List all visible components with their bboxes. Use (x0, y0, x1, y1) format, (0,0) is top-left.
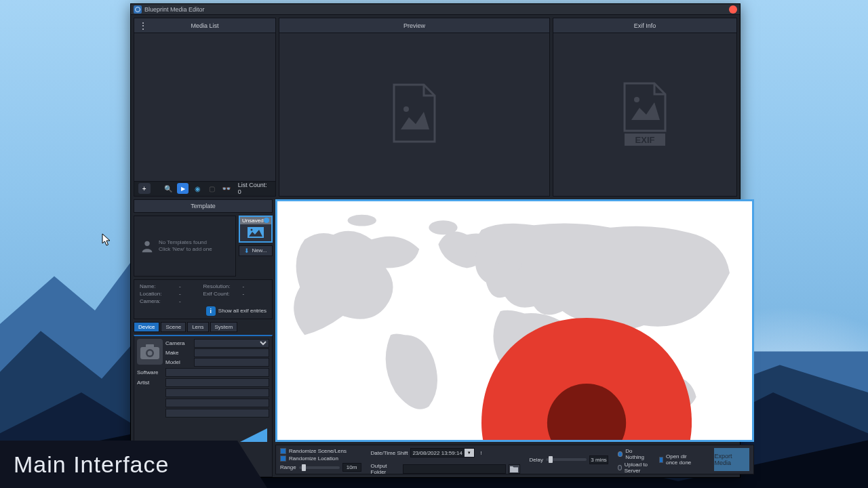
template-card-unsaved[interactable]: Unsaved (239, 216, 273, 243)
new-template-button[interactable]: New... (239, 245, 273, 256)
app-icon (134, 5, 142, 14)
software-field[interactable] (165, 368, 269, 377)
play-icon[interactable]: ▶ (177, 183, 189, 194)
media-list-title: Media List (191, 22, 218, 29)
template-info: Name:- Location:- Camera:- Resolution:- … (134, 279, 273, 319)
randomize-scene-checkbox[interactable] (280, 448, 286, 454)
delay-slider[interactable] (546, 458, 587, 461)
app-window: Blueprint Media Editor ⋮ Media List + 🔍 … (130, 3, 741, 478)
map-pin-icon (481, 318, 692, 442)
delay-label: Delay (530, 457, 543, 463)
view-icon[interactable]: 👓 (220, 183, 233, 194)
svg-rect-8 (146, 344, 154, 348)
add-media-button[interactable]: + (138, 183, 151, 194)
camera-icon (137, 339, 163, 365)
export-bar: Randomize Scene/Lens Randomize Location … (275, 445, 754, 474)
svg-text:EXIF: EXIF (635, 135, 655, 145)
svg-point-4 (144, 241, 149, 246)
svg-point-15 (348, 215, 376, 226)
map-panel[interactable]: New Location (275, 199, 754, 442)
exif-placeholder-icon: EXIF (619, 81, 671, 148)
device-tabs: Device Scene Lens System (134, 322, 273, 332)
image-placeholder-icon (389, 82, 440, 147)
preview-panel: Preview (279, 18, 550, 196)
range-value: 10m (342, 463, 361, 472)
export-media-button[interactable]: Export Media (714, 448, 749, 471)
delay-value: 3 mins (589, 455, 608, 464)
make-field[interactable] (194, 348, 269, 357)
upload-server-radio[interactable] (618, 465, 622, 470)
output-folder-label: Output Folder (371, 463, 401, 475)
overlay-title: Main Interface (14, 451, 169, 478)
info-icon[interactable]: i (206, 306, 216, 316)
range-label: Range (280, 464, 296, 470)
show-all-exif-link[interactable]: Show all exif entries (218, 308, 267, 314)
datetime-label: Date/Time Shift (371, 450, 408, 456)
close-icon[interactable] (729, 5, 737, 14)
svg-point-0 (403, 106, 409, 112)
output-folder-input[interactable] (403, 464, 506, 474)
svg-point-6 (251, 229, 253, 231)
chevron-down-icon[interactable]: ▾ (465, 449, 474, 457)
svg-point-13 (498, 260, 521, 272)
svg-point-14 (429, 220, 457, 235)
preview-title: Preview (403, 22, 425, 29)
tab-system[interactable]: System (210, 322, 238, 332)
range-slider[interactable] (299, 466, 340, 469)
extra-field-1[interactable] (165, 388, 269, 397)
list-count: List Count: 0 (238, 182, 271, 195)
map-marker[interactable]: New Location (481, 318, 740, 442)
folder-icon (510, 466, 518, 472)
browser-icon[interactable]: ◉ (191, 183, 203, 194)
svg-point-10 (148, 350, 153, 355)
artist-field[interactable] (165, 378, 269, 387)
titlebar[interactable]: Blueprint Media Editor (131, 4, 740, 15)
media-list-panel: ⋮ Media List + 🔍 ▶ ◉ ▢ 👓 List Count: 0 (134, 18, 276, 196)
open-dir-checkbox[interactable] (659, 457, 663, 463)
app-title: Blueprint Media Editor (144, 6, 205, 13)
extra-field-2[interactable] (165, 399, 269, 407)
exif-title: Exif Info (634, 22, 656, 29)
template-list: No Templates found Click 'New' to add on… (134, 216, 236, 277)
do-nothing-radio[interactable] (618, 451, 623, 457)
image-icon (247, 226, 264, 239)
svg-point-1 (634, 97, 639, 102)
tab-scene[interactable]: Scene (161, 322, 186, 332)
search-icon[interactable]: 🔍 (162, 183, 174, 194)
exif-panel: Exif Info EXIF (553, 18, 737, 196)
datetime-input[interactable]: 23/08/2022 13:59:14▾ (410, 448, 475, 458)
tab-device[interactable]: Device (134, 322, 159, 332)
camera-select[interactable] (194, 339, 269, 348)
browse-folder-button[interactable] (509, 464, 519, 474)
user-icon (140, 239, 155, 253)
tab-lens[interactable]: Lens (187, 322, 208, 332)
extra-field-3[interactable] (165, 409, 269, 418)
template-header: Template (134, 199, 273, 213)
datetime-info-icon[interactable]: ! (480, 450, 481, 456)
media-toolbar: + 🔍 ▶ ◉ ▢ 👓 List Count: 0 (134, 181, 275, 196)
toggle-icon[interactable]: ▢ (206, 183, 218, 194)
model-field[interactable] (194, 358, 269, 367)
video-caption-overlay: Main Interface (0, 441, 237, 488)
randomize-location-checkbox[interactable] (280, 455, 286, 462)
